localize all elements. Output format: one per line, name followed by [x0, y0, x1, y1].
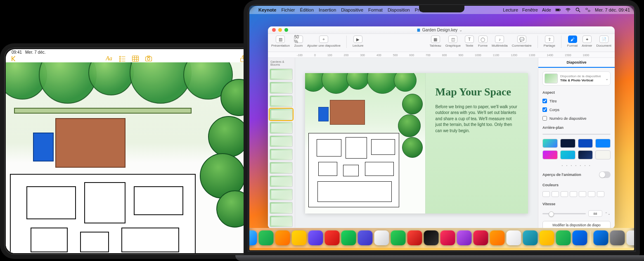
slide-body-text[interactable]: Before we bring pen to paper, we'll walk…: [436, 104, 518, 134]
text-style-button[interactable]: Aa: [105, 55, 113, 62]
slide-thumb[interactable]: [270, 216, 293, 227]
dock-app[interactable]: [374, 230, 389, 245]
slide-layout-selector[interactable]: Disposition de la diapositive Title & Ph…: [542, 71, 611, 85]
slide-thumb[interactable]: [270, 82, 293, 93]
stepper-icon[interactable]: ⌃⌄: [605, 212, 611, 216]
menubar-clock[interactable]: Mer. 7 déc. 09:41: [595, 7, 630, 12]
insert-shape-button[interactable]: ◯Forme: [478, 36, 488, 47]
bg-swatch[interactable]: [578, 139, 593, 148]
grid-icon[interactable]: [132, 55, 139, 62]
title-checkbox[interactable]: Titre: [542, 99, 611, 103]
share-button[interactable]: ⇪Partage: [544, 36, 555, 47]
slide-navigator[interactable]: Gardens & Blooms: [268, 58, 295, 229]
animate-inspector-button[interactable]: ✦Animer: [582, 36, 592, 47]
dock-app[interactable]: [358, 230, 373, 245]
slide-canvas[interactable]: Map Your Space Before we bring pen to pa…: [295, 58, 538, 229]
play-button[interactable]: ▶Lecture: [353, 36, 364, 47]
slide-thumb[interactable]: [270, 69, 293, 80]
menubar-app[interactable]: Keynote: [258, 7, 276, 12]
dock-app[interactable]: [523, 230, 538, 245]
minimize-window-button[interactable]: [278, 28, 282, 32]
inspector-tab-diapositive[interactable]: Diapositive: [538, 58, 615, 68]
checklist-icon[interactable]: [118, 55, 126, 62]
dock-app[interactable]: [573, 230, 587, 245]
speed-value[interactable]: 88: [588, 210, 602, 217]
chevron-down-icon[interactable]: ⌄: [459, 28, 462, 32]
slide-image-area[interactable]: [305, 73, 426, 214]
dock-app[interactable]: [341, 230, 356, 245]
dock-app[interactable]: [424, 230, 439, 245]
background-segmented[interactable]: Standard Dynamique: [542, 134, 611, 135]
menu-aide[interactable]: Aide: [542, 7, 551, 12]
insert-text-button[interactable]: TTexte: [465, 36, 474, 47]
dock-app[interactable]: [474, 230, 488, 245]
bg-swatch[interactable]: [595, 139, 611, 148]
body-checkbox[interactable]: Corps: [542, 107, 611, 112]
window-filename[interactable]: Garden Design.key: [422, 28, 458, 32]
dock-app[interactable]: [627, 230, 635, 245]
dock-app[interactable]: [457, 230, 472, 245]
dock-app[interactable]: [325, 230, 340, 245]
bg-swatch[interactable]: [542, 150, 558, 159]
menu-disposition[interactable]: Disposition: [388, 7, 410, 12]
bg-swatch[interactable]: [560, 139, 575, 148]
zoom-window-button[interactable]: [284, 28, 288, 32]
dock-app[interactable]: [391, 230, 406, 245]
dock-app[interactable]: [292, 230, 307, 245]
menu-lecture[interactable]: Lecture: [503, 7, 518, 12]
collapse-icon[interactable]: [11, 55, 18, 62]
dock-app[interactable]: [440, 230, 455, 245]
dock-app[interactable]: [507, 230, 521, 245]
anim-preview-toggle[interactable]: [599, 171, 611, 178]
seg-dynamic[interactable]: Dynamique: [577, 134, 611, 135]
dock-app[interactable]: [594, 230, 608, 245]
control-center-icon[interactable]: [585, 7, 591, 13]
insert-table-button[interactable]: ▦Tableau: [430, 36, 441, 47]
insert-media-button[interactable]: ♪Multimédia: [492, 36, 508, 47]
menu-diapositive[interactable]: Diapositive: [341, 7, 363, 12]
bg-swatch[interactable]: [542, 139, 558, 148]
slide-thumb-selected[interactable]: [270, 109, 293, 120]
menu-fichier[interactable]: Fichier: [281, 7, 295, 12]
menu-fenetre[interactable]: Fenêtre: [522, 7, 538, 12]
bg-swatch[interactable]: [578, 150, 593, 159]
zoom-menu-button[interactable]: 50 %Zoom: [294, 36, 303, 47]
speed-slider[interactable]: [542, 213, 586, 214]
view-menu-button[interactable]: ▥Présentation: [271, 36, 290, 47]
menu-format[interactable]: Format: [368, 7, 383, 12]
slide-thumb[interactable]: [270, 122, 293, 133]
wifi-menu-icon[interactable]: [565, 7, 571, 13]
menu-edition[interactable]: Édition: [300, 7, 314, 12]
dock-app[interactable]: [407, 230, 422, 245]
menu-insertion[interactable]: Insertion: [319, 7, 336, 12]
slide-thumb[interactable]: [270, 95, 293, 107]
dock-app[interactable]: [610, 230, 625, 245]
garden-sketch[interactable]: [6, 62, 266, 253]
slide-thumb[interactable]: [270, 202, 293, 214]
slide-title[interactable]: Map Your Space: [436, 86, 518, 98]
spotlight-icon[interactable]: [575, 7, 581, 13]
seg-standard[interactable]: Standard: [543, 134, 577, 135]
camera-icon[interactable]: [145, 55, 152, 62]
dock-app[interactable]: [540, 230, 554, 245]
dock-app[interactable]: [308, 230, 323, 245]
insert-chart-button[interactable]: ◫Graphique: [445, 36, 461, 47]
insert-comment-button[interactable]: 💬Commentaire: [512, 36, 532, 47]
slide-number-checkbox[interactable]: Numéro de diapositive: [542, 116, 611, 121]
slide-thumb[interactable]: [270, 189, 293, 200]
bg-swatch[interactable]: [560, 150, 575, 159]
slide-thumb[interactable]: [270, 149, 293, 160]
slide[interactable]: Map Your Space Before we bring pen to pa…: [305, 73, 528, 214]
format-inspector-button[interactable]: 🖌Format: [567, 36, 578, 47]
close-window-button[interactable]: [272, 28, 276, 32]
slide-thumb[interactable]: [270, 135, 293, 147]
slide-thumb[interactable]: [270, 162, 293, 173]
dock-app[interactable]: [259, 230, 274, 245]
slide-text-area[interactable]: Map Your Space Before we bring pen to pa…: [426, 73, 528, 214]
add-slide-button[interactable]: ＋Ajouter une diapositive: [307, 36, 341, 47]
document-inspector-button[interactable]: 📄Document: [597, 36, 611, 47]
dock-app[interactable]: [275, 230, 290, 245]
slide-thumb[interactable]: [270, 176, 293, 187]
dock-app[interactable]: [490, 230, 505, 245]
bg-swatch[interactable]: [595, 150, 611, 159]
